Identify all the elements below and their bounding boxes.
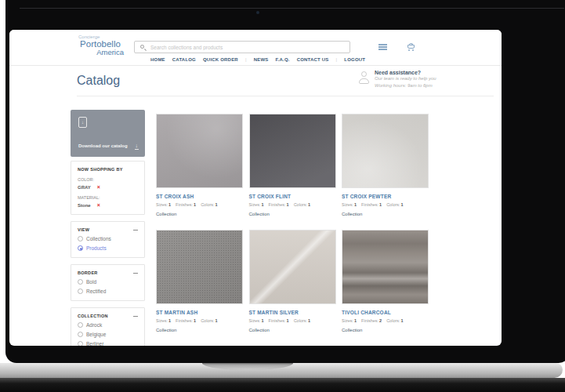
product-name[interactable]: TIVOLI CHARCOAL bbox=[342, 310, 429, 315]
border-filter-card: BORDER Bold Rectified bbox=[71, 264, 145, 301]
laptop-screen: Concierge Portobello America HOME CATALO… bbox=[9, 30, 502, 346]
radio-collections[interactable]: Collections bbox=[78, 236, 138, 241]
assistance-title: Need assistance? bbox=[375, 70, 495, 75]
radio-icon bbox=[78, 341, 83, 346]
nav-logout[interactable]: LOGOUT bbox=[344, 57, 365, 62]
product-name[interactable]: ST MARTIN SILVER bbox=[249, 310, 336, 315]
person-icon bbox=[358, 71, 371, 85]
laptop-shadow bbox=[0, 378, 565, 392]
search-input[interactable] bbox=[150, 42, 346, 53]
radio-belgique[interactable]: Belgique bbox=[78, 332, 138, 337]
radio-adrock[interactable]: Adrock bbox=[78, 322, 138, 328]
collection-filter-title: COLLECTION bbox=[78, 314, 108, 318]
download-icon: ↓ bbox=[135, 143, 139, 150]
product-attrs: Sizes:1 Finishes:1 Colors:1 bbox=[249, 202, 336, 207]
product-name[interactable]: ST CROIX FLINT bbox=[249, 194, 336, 199]
product-grid: ST CROIX ASH Sizes:1 Finishes:1 Colors:1… bbox=[156, 114, 501, 336]
product-card: TIVOLI CHARCOAL Sizes:1 Finishes:2 Color… bbox=[342, 230, 429, 336]
main-nav: HOME CATALOG QUICK ORDER | NEWS F.A.Q. C… bbox=[150, 57, 365, 62]
view-filter-title: VIEW bbox=[78, 227, 89, 232]
product-image[interactable] bbox=[342, 230, 429, 304]
radio-icon bbox=[78, 245, 83, 251]
remove-material-filter-icon[interactable]: × bbox=[97, 202, 100, 208]
product-name[interactable]: ST CROIX PEWTER bbox=[342, 194, 429, 199]
assistance-line2: Working hours: 9am to 6pm bbox=[375, 82, 495, 89]
material-filter-label: MATERIAL: bbox=[78, 195, 138, 200]
radio-products[interactable]: Products bbox=[78, 245, 138, 251]
nav-contact-us[interactable]: CONTACT US bbox=[297, 57, 329, 62]
nav-catalog[interactable]: CATALOG bbox=[172, 57, 196, 62]
product-attrs: Sizes:1 Finishes:1 Colors:1 bbox=[342, 202, 429, 207]
site-logo[interactable]: Concierge Portobello America bbox=[77, 34, 124, 56]
title-divider bbox=[77, 96, 494, 96]
filter-sidebar: Download our catalog ↓ NOW SHOPPING BY C… bbox=[71, 110, 145, 346]
border-filter-title: BORDER bbox=[78, 270, 98, 275]
nav-home[interactable]: HOME bbox=[150, 57, 165, 62]
radio-icon bbox=[78, 289, 83, 294]
menu-icon[interactable] bbox=[378, 44, 387, 49]
now-shopping-by-title: NOW SHOPPING BY bbox=[78, 167, 123, 172]
product-name[interactable]: ST MARTIN ASH bbox=[156, 310, 243, 315]
product-image[interactable] bbox=[156, 230, 243, 304]
remove-color-filter-icon[interactable]: × bbox=[97, 184, 100, 190]
product-image[interactable] bbox=[156, 114, 243, 188]
collection-link[interactable]: Collection bbox=[156, 328, 243, 332]
product-attrs: Sizes:1 Finishes:2 Colors:1 bbox=[342, 318, 429, 323]
product-card: ST MARTIN ASH Sizes:1 Finishes:1 Colors:… bbox=[156, 230, 243, 336]
logo-line-america: America bbox=[77, 49, 124, 56]
product-card: ST CROIX ASH Sizes:1 Finishes:1 Colors:1… bbox=[156, 114, 243, 220]
radio-icon bbox=[78, 236, 83, 241]
assistance-block: Need assistance? Our team is ready to he… bbox=[358, 70, 495, 89]
collection-link[interactable]: Collection bbox=[249, 212, 336, 216]
collapse-icon[interactable] bbox=[133, 230, 138, 230]
laptop-bezel-edge bbox=[20, 8, 564, 9]
radio-icon bbox=[78, 322, 83, 328]
download-catalog-label: Download our catalog bbox=[78, 143, 128, 148]
product-attrs: Sizes:1 Finishes:1 Colors:1 bbox=[156, 318, 243, 323]
color-filter-value: GRAY bbox=[78, 185, 91, 190]
nav-news[interactable]: NEWS bbox=[254, 57, 269, 62]
collapse-icon[interactable] bbox=[133, 273, 138, 274]
page-title: Catalog bbox=[77, 74, 120, 88]
radio-bold[interactable]: Bold bbox=[78, 279, 138, 285]
collection-filter-card: COLLECTION Adrock Belgique Berliner Mood… bbox=[71, 307, 145, 346]
nav-separator: | bbox=[336, 57, 338, 62]
radio-rectified[interactable]: Rectified bbox=[78, 289, 138, 294]
nav-quick-order[interactable]: QUICK ORDER bbox=[203, 57, 238, 62]
now-shopping-by-card: NOW SHOPPING BY COLOR: GRAY × MATERIAL: … bbox=[71, 161, 145, 215]
pdf-file-icon bbox=[78, 117, 87, 128]
product-attrs: Sizes:1 Finishes:1 Colors:1 bbox=[249, 318, 336, 323]
collection-link[interactable]: Collection bbox=[156, 212, 243, 216]
collection-link[interactable]: Collection bbox=[249, 328, 336, 332]
radio-icon bbox=[78, 332, 83, 337]
collection-link[interactable]: Collection bbox=[342, 328, 429, 332]
search-box[interactable] bbox=[134, 41, 350, 53]
radio-berliner[interactable]: Berliner bbox=[78, 341, 138, 346]
view-filter-card: VIEW Collections Products bbox=[71, 221, 145, 258]
search-icon bbox=[140, 45, 144, 49]
nav-faq[interactable]: F.A.Q. bbox=[275, 57, 289, 62]
site-header: Concierge Portobello America HOME CATALO… bbox=[9, 30, 502, 66]
product-image[interactable] bbox=[342, 114, 429, 188]
assistance-line1: Our team is ready to help you bbox=[375, 75, 495, 82]
cart-icon[interactable] bbox=[407, 43, 415, 51]
product-image[interactable] bbox=[249, 114, 336, 188]
product-name[interactable]: ST CROIX ASH bbox=[156, 194, 243, 199]
material-filter-value: Stone bbox=[78, 203, 91, 208]
radio-icon bbox=[78, 279, 83, 285]
collapse-icon[interactable] bbox=[133, 316, 138, 317]
product-attrs: Sizes:1 Finishes:1 Colors:1 bbox=[156, 202, 243, 207]
webcam-dot bbox=[256, 11, 259, 14]
product-card: ST MARTIN SILVER Sizes:1 Finishes:1 Colo… bbox=[249, 230, 336, 336]
download-catalog-card[interactable]: Download our catalog ↓ bbox=[71, 110, 145, 157]
nav-separator: | bbox=[245, 57, 247, 62]
product-image[interactable] bbox=[249, 230, 336, 304]
color-filter-label: COLOR: bbox=[78, 177, 138, 182]
product-card: ST CROIX PEWTER Sizes:1 Finishes:1 Color… bbox=[342, 114, 429, 220]
collection-link[interactable]: Collection bbox=[342, 212, 429, 216]
product-card: ST CROIX FLINT Sizes:1 Finishes:1 Colors… bbox=[249, 114, 336, 220]
